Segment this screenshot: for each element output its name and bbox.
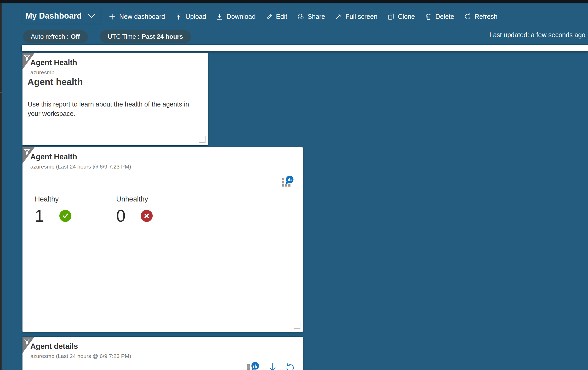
command-label: Share	[308, 13, 325, 20]
refresh-button[interactable]: Refresh	[459, 9, 503, 24]
refresh-icon	[464, 13, 471, 20]
undo-icon[interactable]	[286, 362, 295, 370]
tile-title: Agent Health	[30, 58, 77, 67]
command-list: New dashboard Upload Download Edit Share…	[104, 9, 503, 24]
healthy-check-icon	[59, 210, 71, 222]
log-analytics-icon[interactable]	[282, 176, 294, 187]
utc-time-label: UTC Time :	[108, 33, 139, 40]
export-download-icon[interactable]	[269, 363, 277, 370]
chevron-down-icon	[87, 13, 96, 19]
command-label: Full screen	[345, 13, 377, 20]
clone-button[interactable]: Clone	[383, 9, 420, 24]
share-icon	[297, 13, 304, 20]
tile-title: Agent details	[30, 342, 78, 351]
upload-button[interactable]: Upload	[170, 9, 211, 24]
command-label: Download	[226, 13, 255, 20]
side-panel-divider	[0, 92, 2, 93]
fullscreen-button[interactable]: Full screen	[330, 9, 382, 24]
auto-refresh-value: Off	[71, 33, 80, 40]
command-label: Upload	[185, 13, 206, 20]
tile-subtitle: azuresmb (Last 24 hours @ 6/9 7:23 PM)	[30, 353, 131, 359]
share-button[interactable]: Share	[292, 9, 330, 24]
unhealthy-label: Unhealthy	[116, 195, 153, 203]
edit-icon	[266, 13, 273, 20]
unhealthy-value: 0	[116, 208, 126, 224]
collapsed-side-panel-edge[interactable]	[0, 3, 2, 370]
dashboard-title-dropdown[interactable]: My Dashboard	[22, 9, 101, 24]
dashboard-title: My Dashboard	[25, 11, 82, 21]
command-label: Edit	[276, 13, 287, 20]
markdown-heading: Agent health	[27, 77, 83, 87]
tile-action-icons	[247, 362, 295, 370]
utc-time-value: Past 24 hours	[142, 33, 183, 40]
download-icon	[216, 13, 223, 20]
tile-agent-health-stats[interactable]: Agent Health azuresmb (Last 24 hours @ 6…	[22, 147, 303, 332]
command-label: Refresh	[475, 13, 498, 20]
tile-title: Agent Health	[30, 153, 77, 161]
log-analytics-icon[interactable]	[247, 362, 260, 370]
clone-icon	[387, 13, 395, 20]
agent-health-stats: Healthy 1 Unhealthy 0	[35, 195, 153, 224]
partial-tile-above	[22, 45, 588, 51]
filter-funnel-icon	[24, 149, 30, 155]
tile-subtitle: azuresmb	[30, 69, 54, 76]
tile-subtitle: azuresmb (Last 24 hours @ 6/9 7:23 PM)	[30, 164, 131, 170]
upload-icon	[175, 13, 182, 20]
healthy-stat[interactable]: Healthy 1	[35, 195, 71, 224]
healthy-value: 1	[35, 208, 44, 224]
healthy-label: Healthy	[35, 195, 71, 203]
command-label: Delete	[435, 13, 454, 20]
tile-resize-handle[interactable]	[199, 136, 205, 143]
unhealthy-x-icon	[141, 210, 153, 222]
last-updated-text: Last updated: a few seconds ago	[489, 31, 585, 39]
edit-button[interactable]: Edit	[261, 9, 292, 24]
delete-button[interactable]: Delete	[420, 9, 459, 24]
delete-icon	[425, 13, 432, 20]
auto-refresh-label: Auto refresh :	[31, 33, 68, 40]
new-dashboard-button[interactable]: New dashboard	[104, 9, 170, 24]
dashboard-command-bar: My Dashboard New dashboard Upload Downlo…	[22, 3, 588, 30]
browser-top-strip	[0, 0, 588, 3]
tile-resize-handle[interactable]	[294, 322, 300, 329]
fullscreen-icon	[335, 13, 342, 20]
auto-refresh-pill[interactable]: Auto refresh : Off	[23, 30, 88, 43]
plus-icon	[109, 13, 116, 20]
utc-time-pill[interactable]: UTC Time : Past 24 hours	[100, 30, 191, 43]
download-button[interactable]: Download	[211, 9, 260, 24]
filter-funnel-icon	[24, 54, 30, 61]
unhealthy-stat[interactable]: Unhealthy 0	[116, 195, 153, 224]
tile-agent-details[interactable]: Agent details azuresmb (Last 24 hours @ …	[22, 337, 303, 370]
tile-agent-health-markdown[interactable]: Agent Health azuresmb Agent health Use t…	[22, 53, 208, 145]
markdown-body: Use this report to learn about the healt…	[28, 100, 200, 118]
command-label: New dashboard	[119, 13, 165, 20]
command-label: Clone	[398, 13, 415, 20]
filter-funnel-icon	[24, 338, 30, 345]
